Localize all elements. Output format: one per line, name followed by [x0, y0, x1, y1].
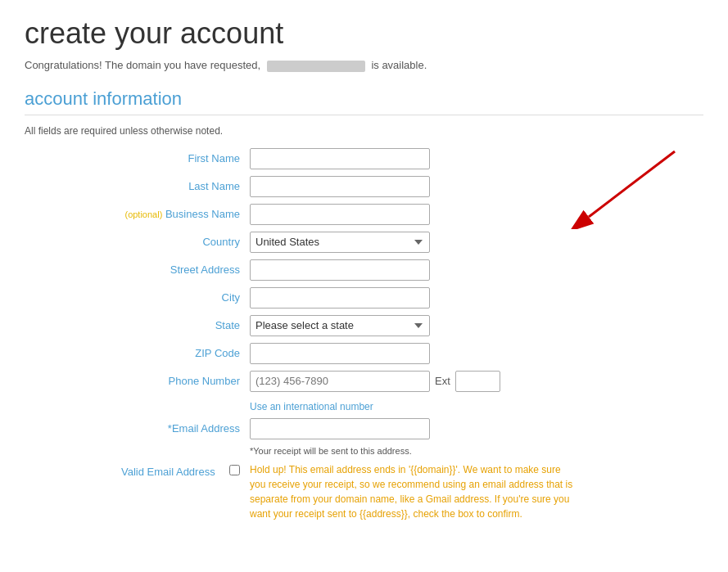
valid-email-checkbox[interactable]: [229, 465, 240, 475]
email-label: *Email Address: [25, 422, 250, 435]
business-name-row: (optional) Business Name: [25, 204, 703, 225]
city-row: City: [25, 287, 703, 309]
all-fields-note: All fields are required unless otherwise…: [25, 125, 703, 137]
valid-email-row: Valid Email Address Hold up! This email …: [25, 462, 703, 521]
state-select[interactable]: Please select a state Alabama Alaska Ari…: [250, 315, 430, 336]
street-address-row: Street Address: [25, 259, 703, 281]
phone-input[interactable]: [250, 371, 430, 392]
last-name-row: Last Name: [25, 176, 703, 197]
city-input[interactable]: [250, 287, 430, 309]
first-name-input[interactable]: [250, 148, 430, 169]
business-name-input[interactable]: [250, 204, 430, 225]
state-label: State: [25, 319, 250, 331]
domain-placeholder: [267, 61, 365, 72]
zip-code-label: ZIP Code: [25, 347, 250, 359]
divider: [25, 115, 703, 115]
congrats-text: Congratulations! The domain you have req…: [25, 59, 703, 72]
optional-tag: (optional): [124, 209, 162, 219]
street-address-input[interactable]: [250, 259, 430, 281]
last-name-label: Last Name: [25, 180, 250, 192]
business-name-label: (optional) Business Name: [25, 208, 250, 220]
phone-label: Phone Number: [25, 375, 250, 387]
email-receipt-note: *Your receipt will be sent to this addre…: [250, 446, 703, 456]
country-row: Country United States Canada United King…: [25, 232, 703, 253]
first-name-row: First Name: [25, 148, 703, 169]
first-name-label: First Name: [25, 152, 250, 164]
phone-input-group: Ext: [250, 371, 500, 392]
street-address-label: Street Address: [25, 263, 250, 276]
intl-number-link[interactable]: Use an international number: [250, 401, 373, 412]
email-input[interactable]: [250, 418, 430, 439]
zip-code-row: ZIP Code: [25, 343, 703, 364]
country-select[interactable]: United States Canada United Kingdom Aust…: [250, 232, 430, 253]
intl-row: Use an international number: [250, 399, 703, 413]
email-row: *Email Address: [25, 418, 703, 439]
ext-label: Ext: [435, 375, 450, 387]
last-name-input[interactable]: [250, 176, 430, 197]
page-title: create your account: [25, 16, 703, 51]
city-label: City: [25, 291, 250, 304]
country-label: Country: [25, 236, 250, 248]
zip-code-input[interactable]: [250, 343, 430, 364]
valid-email-message: Hold up! This email address ends in '{{d…: [250, 462, 577, 521]
valid-email-label: Valid Email Address: [121, 466, 215, 478]
valid-email-label-area: Valid Email Address: [25, 462, 250, 479]
state-row: State Please select a state Alabama Alas…: [25, 315, 703, 336]
section-title: account information: [25, 88, 703, 110]
phone-ext-input[interactable]: [455, 371, 500, 392]
phone-row: Phone Number Ext: [25, 371, 703, 392]
